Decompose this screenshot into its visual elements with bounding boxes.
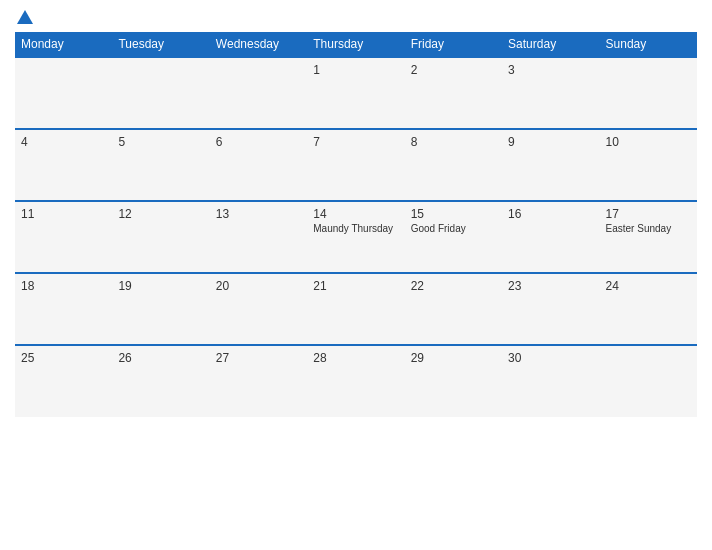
header-wednesday: Wednesday (210, 32, 307, 57)
weekday-header-row: Monday Tuesday Wednesday Thursday Friday… (15, 32, 697, 57)
day-number: 7 (313, 135, 398, 149)
header-friday: Friday (405, 32, 502, 57)
day-number: 1 (313, 63, 398, 77)
calendar-cell: 1 (307, 57, 404, 129)
calendar-cell: 20 (210, 273, 307, 345)
day-number: 27 (216, 351, 301, 365)
day-number: 17 (606, 207, 691, 221)
header-thursday: Thursday (307, 32, 404, 57)
day-number: 2 (411, 63, 496, 77)
day-number: 3 (508, 63, 593, 77)
calendar-cell: 24 (600, 273, 697, 345)
day-number: 16 (508, 207, 593, 221)
calendar-cell: 11 (15, 201, 112, 273)
holiday-name: Good Friday (411, 223, 496, 234)
day-number: 26 (118, 351, 203, 365)
calendar-cell: 25 (15, 345, 112, 417)
calendar-cell: 19 (112, 273, 209, 345)
calendar-week-row: 18192021222324 (15, 273, 697, 345)
day-number: 12 (118, 207, 203, 221)
calendar-cell: 2 (405, 57, 502, 129)
day-number: 13 (216, 207, 301, 221)
calendar-table: Monday Tuesday Wednesday Thursday Friday… (15, 32, 697, 417)
header-saturday: Saturday (502, 32, 599, 57)
calendar-cell: 29 (405, 345, 502, 417)
day-number: 25 (21, 351, 106, 365)
calendar-cell (600, 57, 697, 129)
header-tuesday: Tuesday (112, 32, 209, 57)
calendar-cell: 21 (307, 273, 404, 345)
day-number: 10 (606, 135, 691, 149)
calendar-week-row: 123 (15, 57, 697, 129)
calendar-cell (210, 57, 307, 129)
calendar-cell: 13 (210, 201, 307, 273)
header-sunday: Sunday (600, 32, 697, 57)
calendar-cell: 27 (210, 345, 307, 417)
calendar-cell: 17Easter Sunday (600, 201, 697, 273)
calendar-cell: 10 (600, 129, 697, 201)
calendar-cell: 18 (15, 273, 112, 345)
calendar-cell: 16 (502, 201, 599, 273)
calendar-cell: 22 (405, 273, 502, 345)
calendar-cell: 7 (307, 129, 404, 201)
header-monday: Monday (15, 32, 112, 57)
holiday-name: Easter Sunday (606, 223, 691, 234)
day-number: 5 (118, 135, 203, 149)
calendar-cell: 28 (307, 345, 404, 417)
day-number: 23 (508, 279, 593, 293)
day-number: 29 (411, 351, 496, 365)
day-number: 14 (313, 207, 398, 221)
calendar-cell: 5 (112, 129, 209, 201)
day-number: 6 (216, 135, 301, 149)
day-number: 30 (508, 351, 593, 365)
day-number: 9 (508, 135, 593, 149)
day-number: 8 (411, 135, 496, 149)
day-number: 24 (606, 279, 691, 293)
calendar-cell: 14Maundy Thursday (307, 201, 404, 273)
logo-triangle-icon (17, 10, 33, 24)
calendar-cell: 15Good Friday (405, 201, 502, 273)
day-number: 11 (21, 207, 106, 221)
calendar-week-row: 252627282930 (15, 345, 697, 417)
day-number: 21 (313, 279, 398, 293)
calendar-cell: 3 (502, 57, 599, 129)
calendar-cell: 23 (502, 273, 599, 345)
day-number: 19 (118, 279, 203, 293)
page: Monday Tuesday Wednesday Thursday Friday… (0, 0, 712, 550)
calendar-cell (15, 57, 112, 129)
calendar-cell: 30 (502, 345, 599, 417)
calendar-cell: 4 (15, 129, 112, 201)
day-number: 22 (411, 279, 496, 293)
calendar-week-row: 45678910 (15, 129, 697, 201)
calendar-cell: 6 (210, 129, 307, 201)
day-number: 18 (21, 279, 106, 293)
calendar-cell: 12 (112, 201, 209, 273)
calendar-cell: 9 (502, 129, 599, 201)
day-number: 4 (21, 135, 106, 149)
day-number: 15 (411, 207, 496, 221)
logo (15, 10, 35, 24)
calendar-cell (112, 57, 209, 129)
calendar-cell (600, 345, 697, 417)
header (15, 10, 697, 24)
day-number: 28 (313, 351, 398, 365)
day-number: 20 (216, 279, 301, 293)
calendar-cell: 26 (112, 345, 209, 417)
calendar-cell: 8 (405, 129, 502, 201)
holiday-name: Maundy Thursday (313, 223, 398, 234)
calendar-week-row: 11121314Maundy Thursday15Good Friday1617… (15, 201, 697, 273)
